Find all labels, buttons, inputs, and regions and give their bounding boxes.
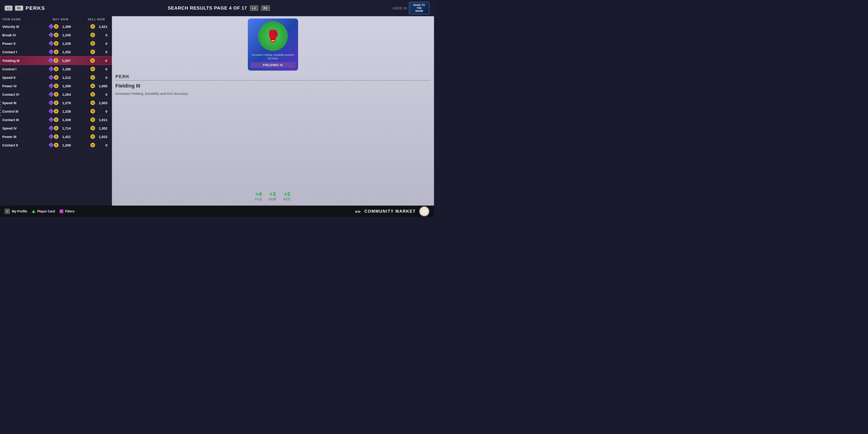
stubs-icon (54, 143, 59, 147)
row-item-name: Break IV (2, 33, 36, 37)
header-left: L1 R1 PERKS (5, 5, 45, 11)
table-row[interactable]: Power III 1,421 1,022 (0, 132, 112, 141)
filters-button[interactable]: Filters (60, 210, 75, 213)
table-row[interactable]: Break IV 1,245 0 (0, 31, 112, 39)
table-row[interactable]: Contact II 1,208 0 (0, 141, 112, 149)
row-buy-price: 1,714 (36, 126, 73, 130)
stubs-icon (90, 92, 95, 97)
row-buy-price: 1,212 (36, 75, 73, 80)
table-row[interactable]: Speed III 1,279 1,003 (0, 99, 112, 107)
table-row[interactable]: Control III 1,238 0 (0, 107, 112, 116)
search-results-title: SEARCH RESULTS PAGE 4 OF 17 (168, 5, 247, 11)
diamond-icon (49, 83, 54, 89)
stat-value: +3 (284, 191, 290, 197)
table-row[interactable]: Speed IV 1,714 1,302 (0, 124, 112, 132)
used-in-label: USED IN (393, 6, 407, 10)
sell-value: 0 (96, 41, 107, 45)
r1-button[interactable]: R1 (15, 5, 23, 11)
row-buy-price: 1,180 (36, 67, 73, 71)
bottom-right: ▶▶ COMMUNITY MARKET (355, 206, 429, 217)
table-panel: ITEM NAME BUY NOW SELL NOW Velocity III … (0, 16, 112, 206)
diamond-icon (49, 134, 54, 140)
stats-row: +4 FLD +3 DUR +3 ACC (255, 191, 290, 201)
r2-button[interactable]: R2 (261, 5, 270, 11)
table-row[interactable]: Power II 1,239 0 (0, 39, 112, 48)
community-market-label: COMMUNITY MARKET (364, 209, 416, 214)
col-buy-now: BUY NOW (36, 18, 73, 21)
row-item-name: Contact I (2, 50, 36, 54)
stubs-icon (90, 24, 95, 29)
stat-label: FLD (255, 197, 262, 201)
rts-text: ROAD TO THE SHOW (411, 4, 427, 13)
my-profile-button[interactable]: ≡ My Profile (5, 209, 27, 214)
row-sell-price: 0 (73, 109, 110, 114)
stubs-icon (90, 58, 95, 63)
stubs-icon (90, 84, 95, 88)
buy-value: 1,421 (59, 135, 71, 138)
stubs-icon (54, 24, 59, 29)
stubs-icon (90, 109, 95, 114)
table-row[interactable]: Speed II 1,212 0 (0, 73, 112, 82)
diamond-icon (49, 32, 54, 38)
bottom-left: ≡ My Profile Player Card Filters (5, 209, 75, 214)
table-row[interactable]: Contact IV 1,264 0 (0, 90, 112, 99)
detail-content: 🥊 Increases Fielding, Durability and Arm… (115, 19, 431, 203)
buy-value: 1,207 (59, 59, 70, 63)
table-row[interactable]: Velocity III 1,399 1,021 (0, 22, 112, 31)
row-sell-price: 1,000 (73, 84, 110, 88)
my-profile-label: My Profile (12, 210, 27, 213)
sell-value: 1,302 (96, 126, 107, 130)
buy-value: 1,208 (59, 143, 71, 147)
stubs-icon (54, 134, 59, 139)
diamond-icon (49, 75, 54, 80)
stat-label: DUR (269, 197, 276, 201)
table-row[interactable]: Control I 1,180 0 (0, 65, 112, 73)
row-buy-price: 1,399 (36, 24, 73, 29)
stubs-icon (90, 117, 95, 122)
sell-value: 0 (96, 93, 107, 96)
stubs-icon (90, 134, 95, 139)
table-row[interactable]: Fielding III 1,207 0 (0, 56, 112, 65)
table-row[interactable]: Contact III 1,349 1,011 (0, 116, 112, 124)
header-center: SEARCH RESULTS PAGE 4 OF 17 L2 R2 (168, 5, 270, 11)
row-sell-price: 1,022 (73, 134, 110, 139)
l2-button[interactable]: L2 (250, 5, 258, 11)
stat-item: +3 ACC (283, 191, 291, 201)
buy-value: 1,264 (59, 93, 71, 96)
stubs-icon (90, 50, 95, 54)
stubs-icon (90, 143, 95, 147)
stubs-icon (54, 58, 58, 63)
stat-value: +3 (270, 191, 276, 197)
stubs-icon (90, 75, 95, 80)
diamond-icon (49, 100, 54, 105)
perk-icon-circle: 🥊 (258, 21, 288, 51)
row-item-name: Contact II (2, 143, 36, 147)
row-item-name: Fielding III (2, 59, 36, 63)
stat-item: +4 FLD (255, 191, 262, 201)
row-item-name: Contact III (2, 118, 36, 122)
row-buy-price: 1,245 (36, 33, 73, 37)
sell-value: 1,021 (96, 25, 107, 29)
row-buy-price: 1,252 (36, 50, 73, 54)
glove-icon: 🥊 (266, 29, 280, 43)
stubs-icon (54, 84, 59, 88)
buy-value: 1,252 (59, 50, 71, 54)
stubs-icon (54, 117, 59, 122)
table-row[interactable]: Contact I 1,252 0 (0, 48, 112, 56)
sell-value: 0 (96, 50, 107, 54)
stubs-icon (90, 33, 95, 37)
diamond-icon (49, 117, 54, 122)
sell-value: 0 (96, 143, 107, 147)
table-row[interactable]: Power IV 1,299 1,000 (0, 82, 112, 90)
stubs-icon (54, 75, 59, 80)
row-sell-price: 1,003 (73, 100, 110, 105)
l1-button[interactable]: L1 (5, 5, 12, 11)
row-item-name: Power IV (2, 84, 36, 88)
player-card-button[interactable]: Player Card (32, 210, 55, 213)
buy-value: 1,714 (59, 126, 71, 130)
table-header: ITEM NAME BUY NOW SELL NOW (0, 16, 112, 22)
page-section-title: PERKS (26, 5, 45, 11)
row-item-name: Speed IV (2, 126, 36, 130)
row-item-name: Contact IV (2, 93, 36, 96)
scroll-indicators (0, 101, 1, 116)
